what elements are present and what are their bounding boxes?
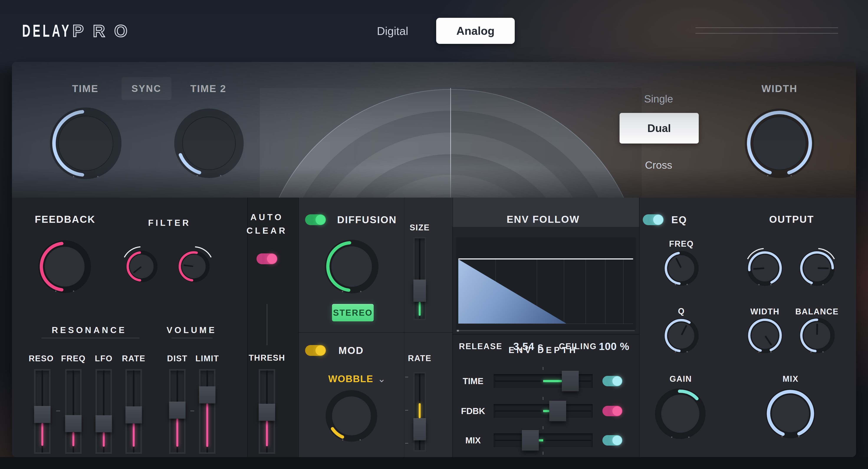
- env-depth-mix-toggle[interactable]: [602, 435, 622, 445]
- dist-slider[interactable]: [169, 369, 186, 454]
- diffusion-knob[interactable]: [324, 239, 379, 294]
- resonance-underline: [41, 338, 140, 338]
- eq-q-label: Q: [678, 306, 685, 316]
- mod-type-dropdown[interactable]: WOBBLE ⌄: [328, 374, 385, 384]
- rate-slider-label: RATE: [122, 354, 146, 363]
- routing-dual-label: Dual: [647, 122, 671, 135]
- limit-slider[interactable]: [199, 369, 215, 454]
- graph-scrollbar-thumb[interactable]: [457, 330, 459, 331]
- output-left-knob[interactable]: [747, 250, 783, 286]
- stereo-button[interactable]: STEREO: [332, 304, 374, 321]
- freq-slider-label: FREQ: [61, 354, 86, 363]
- time2-label: TIME 2: [190, 83, 226, 94]
- volume-title: VOLUME: [166, 325, 217, 335]
- env-ceiling-line: [458, 258, 633, 260]
- eq-gain-knob[interactable]: [654, 388, 706, 440]
- width-knob[interactable]: [744, 108, 815, 179]
- app-logo: DELAY PRO: [22, 21, 136, 41]
- routing-option-dual[interactable]: Dual: [620, 113, 699, 144]
- size-slider-handle[interactable]: [413, 280, 426, 302]
- rate-slider-handle[interactable]: [125, 407, 142, 423]
- rate-tick: [405, 377, 408, 377]
- time2-knob[interactable]: [173, 108, 245, 179]
- divider: [299, 198, 299, 457]
- routing-option-single[interactable]: Single: [644, 93, 673, 105]
- output-mix-label: MIX: [782, 374, 799, 384]
- center-tick: [543, 426, 544, 429]
- mod-rate-slider[interactable]: [413, 372, 426, 451]
- output-width-knob[interactable]: [747, 317, 783, 354]
- mod-toggle-knob: [315, 346, 326, 355]
- freq-slider[interactable]: [65, 369, 82, 454]
- mod-rate-slider-handle[interactable]: [413, 418, 426, 440]
- center-tick: [543, 451, 544, 455]
- eq-q-knob[interactable]: [663, 318, 699, 353]
- auto-clear-label-line2: CLEAR: [247, 226, 287, 236]
- env-depth-mix-handle[interactable]: [522, 430, 539, 450]
- auto-clear-label-line1: AUTO: [250, 212, 284, 222]
- output-balance-label: BALANCE: [795, 307, 839, 316]
- dist-slider-label: DIST: [167, 354, 188, 363]
- output-width-label: WIDTH: [750, 307, 780, 316]
- lfo-slider[interactable]: [95, 369, 112, 454]
- output-balance-knob[interactable]: [799, 317, 835, 354]
- routing-option-cross[interactable]: Cross: [645, 159, 672, 171]
- delay-pro-plugin-window: DELAY PRO Digital Analog TIME SYNC: [0, 0, 868, 469]
- divider: [453, 334, 639, 334]
- auto-clear-toggle[interactable]: [256, 254, 277, 264]
- time-knob[interactable]: [49, 107, 123, 180]
- env-depth-fdbk-toggle[interactable]: [602, 406, 622, 416]
- brand-suffix: PRO: [72, 21, 136, 41]
- reso-slider[interactable]: [34, 369, 51, 454]
- thresh-slider-handle[interactable]: [259, 404, 275, 421]
- dist-slider-handle[interactable]: [169, 402, 186, 419]
- limit-slider-handle[interactable]: [199, 386, 215, 404]
- thresh-label: THRESH: [249, 353, 285, 362]
- env-release-curve: [458, 259, 566, 324]
- output-mix-knob[interactable]: [765, 388, 816, 439]
- mod-toggle[interactable]: [305, 345, 326, 356]
- env-depth-fdbk-slider[interactable]: [494, 404, 593, 418]
- env-depth-mix-slider[interactable]: [494, 433, 593, 447]
- tab-digital[interactable]: Digital: [377, 25, 408, 37]
- sync-button[interactable]: SYNC: [122, 77, 172, 100]
- reso-slider-label: RESO: [29, 354, 54, 363]
- eq-title: EQ: [672, 214, 687, 226]
- divider: [639, 198, 640, 457]
- filter-low-knob[interactable]: [125, 250, 158, 283]
- graph-scrollbar[interactable]: [457, 330, 635, 331]
- graph-baseline: [458, 324, 633, 324]
- limit-slider-label: LIMIT: [195, 354, 219, 363]
- mod-knob[interactable]: [325, 389, 378, 442]
- eq-toggle[interactable]: [643, 214, 663, 225]
- env-follow-graph[interactable]: [456, 237, 636, 330]
- env-depth-time-toggle[interactable]: [602, 376, 622, 386]
- reso-slider-handle[interactable]: [34, 406, 51, 423]
- decor-line-top: [695, 27, 838, 28]
- tab-analog[interactable]: Analog: [436, 18, 515, 44]
- feedback-knob[interactable]: [37, 239, 92, 294]
- plugin-panel: TIME SYNC TIME 2 Single Dual Cross WIDTH: [12, 62, 856, 457]
- filter-high-knob[interactable]: [178, 250, 210, 283]
- chevron-down-icon: ⌄: [378, 376, 385, 382]
- env-depth-mix-label: MIX: [465, 436, 480, 445]
- thresh-slider[interactable]: [259, 369, 275, 454]
- env-depth-time-slider[interactable]: [494, 374, 593, 388]
- size-slider[interactable]: [413, 237, 426, 320]
- time-label: TIME: [72, 83, 98, 94]
- diffusion-toggle-knob: [315, 215, 326, 225]
- env-depth-mix-toggle-knob: [612, 436, 622, 445]
- resonance-title: RESONANCE: [52, 325, 127, 335]
- env-depth-time-handle[interactable]: [562, 371, 579, 391]
- diffusion-toggle[interactable]: [305, 214, 326, 225]
- center-tick: [543, 397, 544, 400]
- divider: [404, 198, 404, 457]
- rate-slider[interactable]: [125, 369, 142, 454]
- eq-freq-knob[interactable]: [663, 251, 699, 286]
- ceiling-value[interactable]: 100 %: [599, 341, 629, 352]
- rate-tick: [405, 410, 408, 411]
- env-depth-fdbk-handle[interactable]: [549, 401, 566, 421]
- output-right-knob[interactable]: [799, 250, 835, 286]
- lfo-slider-handle[interactable]: [95, 415, 112, 432]
- freq-slider-handle[interactable]: [65, 415, 82, 432]
